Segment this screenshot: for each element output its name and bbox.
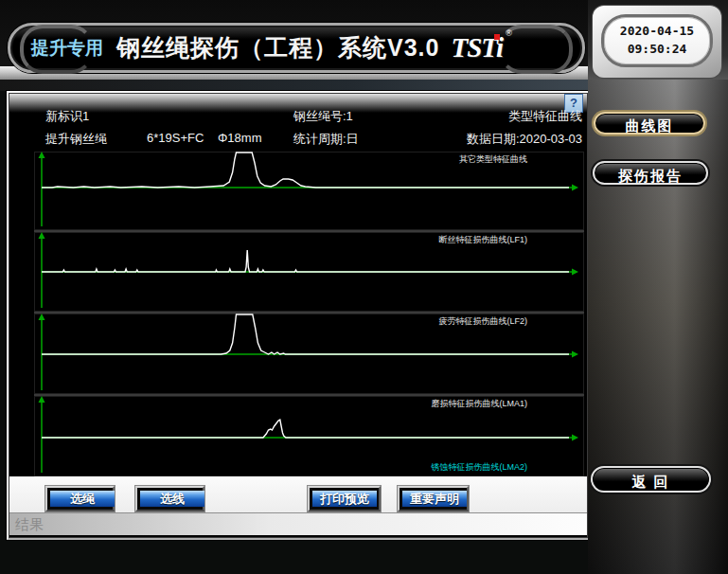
strip-label: 疲劳特征损伤曲线(LF2) [438, 315, 527, 328]
new-label-text: 新标识1 [45, 108, 89, 125]
tsti-logo-red-dot [494, 34, 500, 40]
app-badge: 提升专用 [31, 36, 103, 61]
registered-mark: ® [506, 28, 512, 38]
header: 提升专用 钢丝绳探伤（工程）系统V3.0 TSTi ® 2020-04-15 0… [0, 0, 728, 80]
strip-label: 断丝特征损伤曲线(LF1) [438, 234, 527, 246]
print-preview-label: 打印预览 [312, 491, 377, 507]
rope-diameter: Φ18mm [218, 131, 262, 145]
sidebar-button-flaw-report[interactable]: 探伤报告 [593, 161, 708, 185]
chart-strip-3: 疲劳特征损伤曲线(LF2) [34, 314, 584, 394]
select-rope-label: 选绳 [50, 491, 115, 507]
app-title-banner: 提升专用 钢丝绳探伤（工程）系统V3.0 TSTi ® [8, 23, 585, 73]
info-row-1: 新标识1 钢丝绳号:1 类型特征曲线 [9, 108, 588, 123]
waveform [42, 250, 569, 272]
print-preview-button[interactable]: 打印预览 [308, 486, 381, 511]
curve-type-label: 类型特征曲线 [508, 108, 582, 125]
sidebar-button-return[interactable]: 返 回 [591, 466, 711, 493]
content-area: ? 新标识1 钢丝绳号:1 类型特征曲线 提升钢丝绳 6*19S+FC Φ18m… [0, 80, 728, 574]
stat-period: 统计周期:日 [293, 131, 359, 148]
select-rope-button[interactable]: 选绳 [45, 486, 115, 511]
time-text: 09:50:24 [628, 41, 687, 59]
app-window: 提升专用 钢丝绳探伤（工程）系统V3.0 TSTi ® 2020-04-15 0… [0, 0, 728, 574]
select-line-label: 选线 [140, 491, 204, 507]
strip-label: 磨损特征损伤曲线(LMA1) [431, 398, 527, 410]
chart-strip-4: 磨损特征损伤曲线(LMA1)锈蚀特征损伤曲线(LMA2) [34, 396, 584, 476]
top-gap [0, 80, 588, 91]
strip-label-next-clipped: 锈蚀特征损伤曲线(LMA2) [431, 461, 527, 474]
rope-number: 钢丝绳号:1 [293, 108, 353, 125]
strip-label: 其它类型特征曲线 [459, 153, 527, 166]
rope-spec: 6*19S+FC [147, 131, 204, 145]
chart-area: 其它类型特征曲线断丝特征损伤曲线(LF1)疲劳特征损伤曲线(LF2)磨损特征损伤… [34, 152, 584, 476]
datetime-display: 2020-04-15 09:50:24 [593, 6, 721, 78]
select-line-button[interactable]: 选线 [135, 486, 204, 511]
sidebar: 曲线图 探伤报告 返 回 [588, 80, 728, 574]
important-notice-label: 重要声明 [402, 491, 467, 507]
sidebar-button-curve-chart[interactable]: 曲线图 [594, 112, 705, 135]
date-text: 2020-04-15 [620, 23, 694, 41]
rope-name: 提升钢丝绳 [45, 131, 107, 148]
bottom-button-strip: 选绳 选线 打印预览 重要声明 [9, 476, 587, 512]
chart-strip-1: 其它类型特征曲线 [34, 152, 584, 230]
app-title: 钢丝绳探伤（工程）系统V3.0 [116, 32, 439, 63]
status-bar: 结果 [9, 512, 587, 535]
important-notice-button[interactable]: 重要声明 [398, 486, 469, 511]
status-text: 结果 [15, 516, 44, 534]
datetime-inner: 2020-04-15 09:50:24 [601, 14, 713, 67]
tsti-logo: TSTi ® [451, 32, 503, 63]
info-row-2: 提升钢丝绳 6*19S+FC Φ18mm 统计周期:日 数据日期:2020-03… [9, 131, 588, 146]
data-date: 数据日期:2020-03-03 [467, 131, 582, 148]
waveform [42, 420, 569, 438]
main-panel: ? 新标识1 钢丝绳号:1 类型特征曲线 提升钢丝绳 6*19S+FC Φ18m… [7, 91, 590, 540]
chart-strip-2: 断丝特征损伤曲线(LF1) [34, 232, 584, 312]
